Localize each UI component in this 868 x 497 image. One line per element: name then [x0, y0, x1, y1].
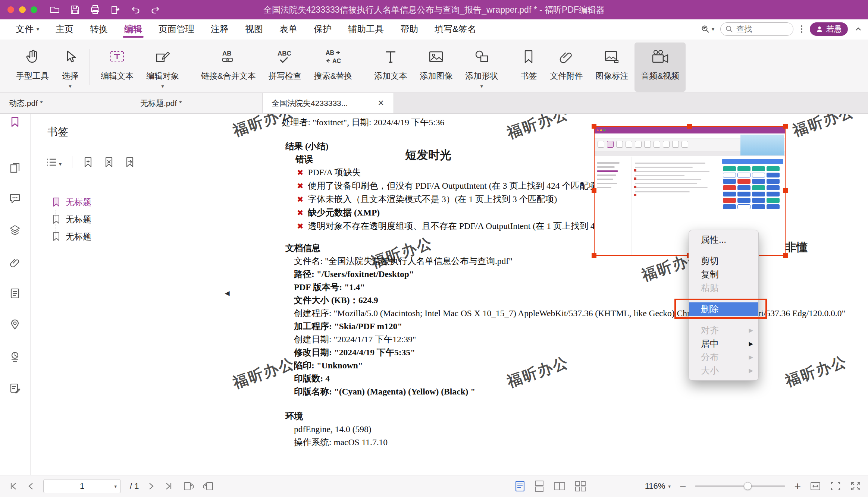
selection-handle[interactable]: [592, 124, 596, 129]
tab-dongtai[interactable]: 动态.pdf *: [0, 93, 131, 113]
bookmarks-panel-button[interactable]: [9, 116, 22, 129]
last-page-button[interactable]: [164, 482, 174, 491]
fit-width-button[interactable]: [810, 481, 821, 491]
save-button[interactable]: [69, 3, 81, 16]
previous-page-button[interactable]: [27, 482, 34, 491]
context-menu-cut[interactable]: 剪切: [689, 254, 758, 268]
page-number-box[interactable]: ▾: [43, 479, 121, 493]
add-text-button[interactable]: 添加文本: [368, 43, 413, 92]
next-view-button[interactable]: [203, 481, 214, 491]
continuous-view-button[interactable]: [534, 480, 545, 492]
bookmark-item[interactable]: 无标题: [52, 228, 91, 245]
menu-page-management[interactable]: 页面管理: [159, 19, 194, 39]
undo-button[interactable]: [129, 3, 142, 16]
selection-handle[interactable]: [783, 124, 788, 129]
image-annotation-button[interactable]: 图像标注: [589, 43, 634, 92]
menu-accessibility[interactable]: 辅助工具: [348, 19, 384, 39]
close-tab-icon[interactable]: ×: [377, 97, 385, 109]
menu-edit[interactable]: 编辑: [124, 19, 142, 39]
menu-form[interactable]: 表单: [279, 19, 297, 39]
menu-home[interactable]: 主页: [56, 19, 73, 39]
bookmark-item[interactable]: 无标题: [52, 194, 91, 211]
page-number-input[interactable]: [56, 481, 108, 491]
destinations-panel-button[interactable]: [9, 287, 22, 300]
context-menu-copy[interactable]: 复制: [689, 268, 758, 281]
svg-text:AB: AB: [222, 50, 232, 57]
export-button[interactable]: [109, 3, 122, 16]
tab-active-document[interactable]: 全国法院失4233333... ×: [263, 93, 394, 113]
delete-bookmark-button[interactable]: [104, 157, 114, 168]
close-window-button[interactable]: [7, 6, 14, 13]
more-options-button[interactable]: [799, 24, 804, 34]
find-dropdown-button[interactable]: ▾: [701, 24, 714, 34]
menu-file[interactable]: 文件▾: [16, 19, 39, 39]
minimize-window-button[interactable]: [19, 6, 26, 13]
layers-panel-button[interactable]: [9, 224, 22, 237]
hand-tool-button[interactable]: 手型工具: [10, 43, 55, 92]
fit-page-button[interactable]: [830, 481, 841, 491]
user-account-button[interactable]: 若愚: [810, 22, 848, 36]
menu-help[interactable]: 帮助: [400, 19, 418, 39]
context-menu-properties[interactable]: 属性...: [689, 233, 758, 246]
ribbon-separator: [190, 49, 190, 85]
facing-view-button[interactable]: [554, 480, 565, 492]
zoom-in-button[interactable]: +: [794, 481, 801, 492]
bookmark-button[interactable]: 书签: [514, 43, 543, 92]
file-attachment-button[interactable]: 文件附件: [543, 43, 589, 92]
previous-view-button[interactable]: [183, 481, 194, 491]
bookmark-list-options-button[interactable]: ▾: [46, 157, 62, 167]
attachments-panel-button[interactable]: [9, 257, 22, 269]
spell-check-button[interactable]: ABC 拼写检查: [262, 43, 308, 92]
bookmark-item[interactable]: 无标题: [52, 211, 91, 228]
grid-view-button[interactable]: [574, 480, 586, 492]
open-file-button[interactable]: [48, 3, 61, 16]
selection-handle[interactable]: [592, 188, 596, 193]
zoom-level-button[interactable]: 116% ▾: [645, 481, 671, 491]
menu-view[interactable]: 视图: [245, 19, 263, 39]
collapse-ribbon-button[interactable]: [854, 25, 863, 34]
document-canvas[interactable]: 福昕办公 福昕办公 福昕办公 福昕办公 福昕办公 福昕办公 福昕办公 福昕办公 …: [230, 114, 868, 475]
add-image-button[interactable]: 添加图像: [413, 43, 459, 92]
comments-panel-button[interactable]: [9, 192, 22, 205]
location-panel-button[interactable]: [9, 318, 22, 331]
selection-handle[interactable]: [783, 253, 788, 258]
print-button[interactable]: [89, 3, 101, 16]
menu-comment[interactable]: 注释: [211, 19, 229, 39]
tab-untitled[interactable]: 无标题.pdf *: [131, 93, 263, 113]
share-review-panel-button[interactable]: [9, 350, 22, 363]
selection-handle[interactable]: [592, 253, 596, 258]
search-icon: [725, 25, 733, 33]
first-page-button[interactable]: [8, 482, 18, 491]
edit-object-button[interactable]: 编辑对象 ▾: [140, 43, 185, 92]
search-box[interactable]: [720, 22, 793, 36]
search-input[interactable]: [736, 25, 785, 34]
audio-video-button[interactable]: 音频&视频: [634, 43, 686, 92]
search-replace-button[interactable]: ABAC 搜索&替换: [308, 43, 359, 92]
sign-panel-button[interactable]: [9, 382, 22, 395]
add-bookmark-button[interactable]: [83, 157, 93, 168]
single-page-view-button[interactable]: [515, 480, 525, 492]
link-join-text-button[interactable]: AB 链接&合并文本: [195, 43, 262, 92]
edit-text-button[interactable]: 编辑文本: [94, 43, 140, 92]
fullscreen-button[interactable]: [850, 481, 861, 491]
add-shape-button[interactable]: 添加形状 ▾: [459, 43, 504, 92]
docinfo-row: 印版数: 4: [294, 372, 845, 385]
select-tool-button[interactable]: 选择 ▾: [55, 43, 85, 92]
expand-bookmark-button[interactable]: [125, 157, 135, 168]
zoom-slider-thumb[interactable]: [744, 482, 752, 490]
redo-icon: [150, 4, 161, 15]
list-icon: [46, 157, 57, 167]
selection-handle[interactable]: [783, 188, 788, 193]
pages-panel-button[interactable]: [9, 162, 22, 174]
next-page-button[interactable]: [148, 482, 155, 491]
zoom-window-button[interactable]: [31, 6, 37, 13]
redo-button[interactable]: [149, 3, 162, 16]
context-menu-center[interactable]: 居中▶: [689, 337, 758, 350]
menu-protect[interactable]: 保护: [314, 19, 332, 39]
zoom-slider[interactable]: [695, 485, 785, 487]
menu-convert[interactable]: 转换: [90, 19, 108, 39]
collapse-panel-button[interactable]: ◀: [224, 286, 230, 301]
zoom-out-button[interactable]: −: [680, 481, 686, 492]
selection-handle[interactable]: [687, 124, 692, 129]
menu-fill-sign[interactable]: 填写&签名: [435, 19, 476, 39]
